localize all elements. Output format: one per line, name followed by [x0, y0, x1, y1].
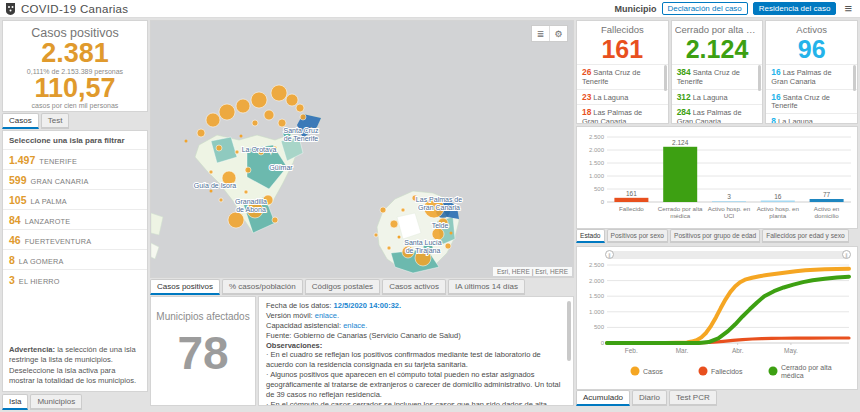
island-row[interactable]: 105LA PALMA: [3, 189, 147, 209]
island-row[interactable]: 46FUERTEVENTURA: [3, 229, 147, 249]
series-cerrado-por-alta-médica[interactable]: [607, 277, 849, 343]
tab-test[interactable]: Test: [41, 113, 70, 129]
app-header: COVID-19 Canarias Municipio Declaración …: [0, 0, 860, 18]
time-range-slider[interactable]: ∥ ∥: [607, 251, 849, 259]
tab-fallecidos-por-edad-y-sexo[interactable]: Fallecidos por edad y sexo: [762, 229, 848, 243]
island-label: LA GOMERA: [19, 257, 64, 266]
tab-positivos-por-grupo-de-edad[interactable]: Positivos por grupo de edad: [670, 229, 760, 243]
capacidad-label: Capacidad asistencial:: [266, 321, 341, 330]
canary-islands-map[interactable]: Santa Cruzde TenerifeLa OrotavaGüímarGuí…: [151, 21, 573, 277]
island-row[interactable]: 1.497TENERIFE: [3, 149, 147, 169]
island-label: LANZAROTE: [25, 217, 71, 226]
svg-text:3: 3: [727, 193, 731, 200]
stat-card-title: Cerrado por alta médica: [675, 24, 760, 35]
bar-4[interactable]: [810, 199, 844, 202]
settings-icon[interactable]: ⚙: [549, 26, 567, 41]
svg-text:161: 161: [626, 190, 637, 197]
tab-acumulado[interactable]: Acumulado: [576, 390, 630, 406]
bar-2[interactable]: [712, 201, 746, 202]
stat-list-item[interactable]: 26Santa Cruz de Tenerife: [577, 64, 668, 89]
stat-list-item[interactable]: 16Las Palmas de Gran Canaria: [766, 64, 857, 89]
declaracion-del-caso-button[interactable]: Declaración del caso: [662, 2, 748, 16]
legend-dot-1: [699, 367, 708, 376]
map-label: Santa Lucía: [404, 239, 441, 246]
tab-estado[interactable]: Estado: [576, 229, 605, 243]
fuente-line: Fuente: Gobierno de Canarias (Servicio C…: [266, 331, 561, 341]
residencia-del-caso-button[interactable]: Residencia del caso: [753, 2, 837, 16]
tab-municipios[interactable]: Municipios: [30, 394, 82, 410]
map-label: de Tirajana: [406, 247, 441, 255]
stat-list-item[interactable]: 23La Laguna: [577, 89, 668, 105]
version-label: Versión móvil:: [266, 311, 313, 320]
map-label: Güímar: [269, 164, 293, 171]
island-row[interactable]: 8LA GOMERA: [3, 249, 147, 269]
fecha-value: 12/5/2020 14:00:32.: [334, 301, 402, 310]
tab-positivos-por-sexo[interactable]: Positivos por sexo: [607, 229, 669, 243]
legend-dot-2: [769, 367, 778, 376]
stat-list-item[interactable]: 18Las Palmas de Gran Canaria: [577, 104, 668, 124]
bar-3[interactable]: [761, 201, 795, 203]
estado-tabs: EstadoPositivos por sexoPositivos por gr…: [576, 229, 849, 243]
isla-municipios-tabs: IslaMunicipios: [2, 394, 82, 410]
version-link[interactable]: enlace.: [315, 311, 339, 320]
slider-handle-left[interactable]: ∥: [605, 250, 614, 259]
svg-text:Cerrado por alta: Cerrado por alta: [781, 364, 832, 372]
tab-ia-últimos-14-días[interactable]: IA últimos 14 días: [448, 279, 525, 295]
svg-text:Activo en: Activo en: [814, 205, 840, 212]
info-panel: Fecha de los datos: 12/5/2020 14:00:32. …: [258, 296, 574, 406]
svg-text:médica: médica: [670, 212, 691, 219]
island-row[interactable]: 84LANZAROTE: [3, 209, 147, 229]
stat-item-value: 23: [582, 92, 591, 102]
map-panel[interactable]: Santa Cruzde TenerifeLa OrotavaGüímarGuí…: [150, 20, 574, 278]
stat-scrollbar[interactable]: [664, 65, 667, 91]
tab-diario[interactable]: Diario: [632, 390, 667, 406]
menu-icon[interactable]: ≡: [844, 2, 852, 15]
tab-casos-activos[interactable]: Casos activos: [382, 279, 446, 295]
tab-%-casos-población[interactable]: % casos/población: [222, 279, 303, 295]
map-label: Santa Cruz: [283, 127, 319, 134]
stat-card-cerrado: Cerrado por alta médica2.124384Santa Cru…: [671, 20, 764, 124]
stat-card-fallecidos: Fallecidos16126Santa Cruz de Tenerife23L…: [576, 20, 669, 124]
map-label: Gran Canaria: [418, 204, 460, 211]
stat-card-activos: Activos9616Las Palmas de Gran Canaria16S…: [765, 20, 858, 124]
stat-list-item[interactable]: 384Santa Cruz de Tenerife: [672, 64, 763, 89]
tab-test-pcr[interactable]: Test PCR: [669, 390, 717, 406]
fecha-line: Fecha de los datos: 12/5/2020 14:00:32.: [266, 301, 561, 311]
stat-item-value: 312: [677, 92, 691, 102]
island-label: GRAN CANARIA: [31, 177, 89, 186]
tab-isla[interactable]: Isla: [2, 394, 28, 410]
acumulado-tabs: AcumuladoDiarioTest PCR: [576, 390, 717, 406]
stat-scrollbar[interactable]: [758, 65, 761, 91]
tab-casos-positivos[interactable]: Casos positivos: [150, 279, 220, 295]
version-line: Versión móvil: enlace.: [266, 311, 561, 321]
svg-text:Fallecido: Fallecido: [619, 205, 644, 212]
island-row[interactable]: 3EL HIERRO: [3, 269, 147, 289]
info-scrollbar[interactable]: [567, 301, 571, 361]
stat-list-item[interactable]: 16Santa Cruz de Tenerife: [766, 89, 857, 114]
legend-icon[interactable]: ≣: [532, 26, 549, 41]
stat-scrollbar[interactable]: [853, 65, 856, 91]
stat-list-item[interactable]: 8La Laguna: [766, 113, 857, 124]
island-row[interactable]: 599GRAN CANARIA: [3, 169, 147, 189]
slider-handle-right[interactable]: ∥: [842, 250, 851, 259]
svg-text:Casos: Casos: [643, 368, 663, 375]
canarias-logo: [5, 2, 16, 15]
stat-list-item[interactable]: 284Las Palmas de Gran Canaria: [672, 104, 763, 124]
island-filter-header: Seleccione una isla para filtrar: [3, 131, 147, 149]
svg-text:Activo hosp. en: Activo hosp. en: [757, 205, 800, 212]
stat-item-label: La Laguna: [778, 117, 813, 124]
svg-text:16: 16: [774, 193, 782, 200]
stat-item-value: 26: [582, 67, 591, 77]
tab-códigos-postales[interactable]: Códigos postales: [305, 279, 380, 295]
bar-0[interactable]: [614, 198, 648, 202]
tab-casos[interactable]: Casos: [2, 113, 39, 129]
svg-text:Activo hosp. en: Activo hosp. en: [708, 205, 751, 212]
svg-text:1.000: 1.000: [589, 309, 605, 315]
bar-1[interactable]: [663, 147, 697, 202]
fecha-label: Fecha de los datos:: [266, 301, 331, 310]
svg-text:May.: May.: [784, 347, 798, 355]
map-label: de Tenerife: [284, 135, 319, 142]
capacidad-link[interactable]: enlace.: [343, 321, 367, 330]
casos-positivos-card: Casos positivos 2.381 0,111% de 2.153.38…: [2, 20, 148, 112]
stat-list-item[interactable]: 312La Laguna: [672, 89, 763, 105]
